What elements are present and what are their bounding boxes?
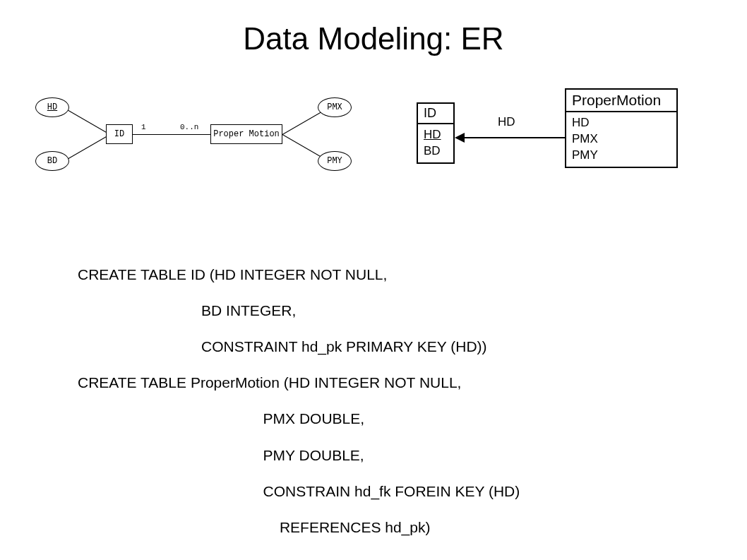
cardinality-one: 1 xyxy=(141,123,146,131)
diagram-region: HD BD ID 1 0..n Proper Motion PMX PMY ID… xyxy=(0,78,747,233)
arrow-icon xyxy=(455,131,565,145)
schema-id-bd: BD xyxy=(424,143,448,160)
svg-marker-1 xyxy=(455,133,465,143)
sql-code: CREATE TABLE ID (HD INTEGER NOT NULL, BD… xyxy=(78,247,605,560)
schema-pm-pmx: PMX xyxy=(572,131,671,148)
cardinality-many: 0..n xyxy=(180,123,198,131)
schema-box-id: ID HD BD xyxy=(417,102,455,164)
schema-pm-title: ProperMotion xyxy=(566,90,676,112)
sql-line: PMX DOUBLE, xyxy=(78,410,605,428)
schema-id-hd: HD xyxy=(424,127,448,143)
schema-pm-pmy: PMY xyxy=(572,148,671,164)
page-title: Data Modeling: ER xyxy=(0,0,747,56)
sql-line: CONSTRAIN hd_fk FOREIN KEY (HD) xyxy=(78,482,605,501)
relationship-proper-motion: Proper Motion xyxy=(210,124,282,144)
sql-line: CONSTRAINT hd_pk PRIMARY KEY (HD)) xyxy=(78,338,605,356)
schema-diagram: ID HD BD HD ProperMotion HD PMX PMY xyxy=(417,88,699,208)
sql-line: REFERENCES hd_pk) xyxy=(78,518,605,537)
attr-pmy: PMY xyxy=(318,151,352,171)
sql-line: PMY DOUBLE, xyxy=(78,446,605,465)
schema-box-propermotion: ProperMotion HD PMX PMY xyxy=(565,88,678,168)
schema-id-title: ID xyxy=(418,104,453,124)
attr-pmx: PMX xyxy=(318,97,352,117)
sql-line: CREATE TABLE ID (HD INTEGER NOT NULL, xyxy=(78,266,605,284)
schema-pm-hd: HD xyxy=(572,115,671,131)
sql-line: CREATE TABLE ProperMotion (HD INTEGER NO… xyxy=(78,374,605,392)
er-diagram: HD BD ID 1 0..n Proper Motion PMX PMY xyxy=(21,92,360,191)
attr-bd: BD xyxy=(35,151,69,171)
relationship-label: HD xyxy=(498,115,515,129)
sql-line: BD INTEGER, xyxy=(78,302,605,320)
attr-hd: HD xyxy=(35,97,69,117)
entity-id: ID xyxy=(106,124,133,144)
